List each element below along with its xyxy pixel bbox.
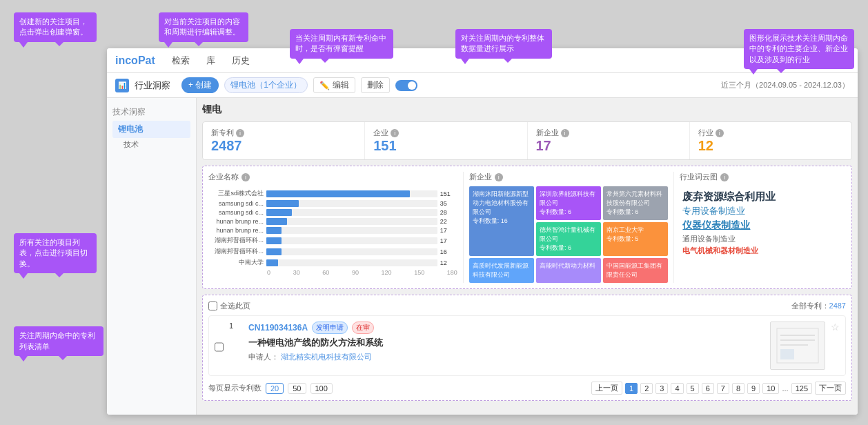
- select-all-label: 全选此页: [208, 301, 250, 311]
- page-size-50[interactable]: 50: [288, 383, 306, 394]
- info-icon-companies[interactable]: i: [391, 129, 399, 137]
- sidebar: 技术洞察 锂电池 技术: [107, 98, 197, 415]
- info-icon-bar[interactable]: i: [241, 173, 250, 181]
- stat-industry-label: 行业 i: [698, 128, 724, 138]
- info-icon-new-companies[interactable]: i: [561, 129, 569, 137]
- stat-new-companies: 新企业 i 17: [528, 122, 690, 159]
- bar-row-5: 湖南邦普循环科... 17: [208, 236, 457, 245]
- bar-row-4: hunan brunp re... 17: [208, 227, 457, 234]
- page-125[interactable]: 125: [791, 383, 812, 394]
- info-icon-industry[interactable]: i: [716, 129, 724, 137]
- stat-industry-value: 12: [698, 138, 724, 154]
- stat-companies: 企业 i 151: [365, 122, 527, 159]
- patent-id[interactable]: CN119034136A: [248, 323, 308, 333]
- page-1[interactable]: 1: [625, 383, 638, 394]
- word-cloud-title: 行业词云图 i: [680, 172, 846, 182]
- page-10[interactable]: 10: [762, 383, 779, 394]
- total-count-label: 全部专利：2487: [791, 301, 846, 311]
- bar-row-2: samsung sdi c... 28: [208, 209, 457, 216]
- word-0: 废弃资源综合利用业: [682, 189, 843, 204]
- badge-type: 发明申请: [312, 322, 348, 334]
- star-icon[interactable]: ☆: [831, 322, 840, 370]
- patent-checkbox-1[interactable]: [215, 324, 224, 370]
- page-prev[interactable]: 上一页: [591, 382, 622, 395]
- page-8[interactable]: 8: [732, 383, 744, 394]
- company-cell-5[interactable]: 高质时代发展新能源科技有限公司: [469, 258, 534, 283]
- company-cell-0[interactable]: 湖南沐阳新能源新型动力电池材料股份有限公司专利数量: 16: [469, 186, 534, 256]
- create-button[interactable]: + 创建: [181, 77, 219, 93]
- word-2: 仪器仪表制造业: [682, 219, 843, 233]
- page-7[interactable]: 7: [717, 383, 729, 394]
- charts-area: 企业名称 i 三星sdi株式会社 151 samsung sdi c...: [202, 166, 852, 289]
- company-cell-6[interactable]: 高能时代新动力材料: [536, 258, 601, 283]
- second-nav: 📊 行业洞察 + 创建 锂电池（1个企业） ✏️ 编辑 删除 近三个月（2024…: [107, 73, 858, 98]
- date-range: 近三个月（2024.09.05 - 2024.12.03）: [721, 80, 849, 90]
- page-3[interactable]: 3: [655, 383, 668, 394]
- badge-status: 在审: [352, 322, 374, 334]
- nav-history[interactable]: 历史: [229, 53, 253, 68]
- page-6[interactable]: 6: [702, 383, 714, 394]
- logo-area: incoPat: [115, 55, 155, 67]
- info-icon-new-co[interactable]: i: [495, 173, 503, 181]
- search-term: 锂电: [202, 103, 221, 116]
- tooltip-chart: 图形化展示技术关注周期内命中的专利的主要企业、新企业以及涉及到的行业: [744, 29, 854, 69]
- tooltip-period: 关注周期内命中的专利列表清单: [14, 326, 103, 356]
- bar-row-6: 湖南邦普循环科... 16: [208, 247, 457, 256]
- company-cell-3[interactable]: 德州智鸿计量机械有限公司专利数量: 6: [536, 222, 601, 256]
- stat-industry: 行业 i 12: [690, 122, 851, 159]
- tooltip-stats: 对关注周期内的专利整体数据量进行展示: [455, 29, 552, 59]
- stat-companies-label: 企业 i: [373, 128, 399, 138]
- edit-button[interactable]: ✏️ 编辑: [313, 77, 355, 93]
- bar-chart: 三星sdi株式会社 151 samsung sdi c... 35 samsun…: [208, 186, 457, 279]
- edit-icon: ✏️: [319, 81, 330, 90]
- stat-new-patents-value: 2487: [211, 138, 244, 154]
- sidebar-item-lithium[interactable]: 锂电池: [112, 121, 190, 138]
- page-size-100[interactable]: 100: [310, 383, 333, 394]
- company-cell-2[interactable]: 常州第六元素材料科技股份有限公司专利数量: 6: [603, 186, 668, 220]
- page-5[interactable]: 5: [687, 383, 699, 394]
- total-count: 2487: [829, 302, 846, 310]
- svg-rect-4: [780, 349, 794, 359]
- patent-id-row: CN119034136A 发明申请 在审: [248, 322, 765, 334]
- company-cell-7[interactable]: 中国国能源工集团有限责任公司: [603, 258, 668, 283]
- patent-body-1: CN119034136A 发明申请 在审 一种锂电池产线的防火方法和系统 申请人…: [248, 322, 765, 370]
- page-4[interactable]: 4: [671, 383, 683, 394]
- info-icon-new-patents[interactable]: i: [236, 129, 244, 137]
- delete-button[interactable]: 删除: [361, 77, 390, 93]
- sidebar-item-tech[interactable]: 技术: [112, 138, 190, 151]
- page-2[interactable]: 2: [640, 383, 653, 394]
- logo: incoPat: [115, 55, 155, 67]
- page-size-options: 每页显示专利数 20 50 100: [208, 383, 333, 394]
- page-next[interactable]: 下一页: [815, 382, 846, 395]
- select-all-checkbox[interactable]: [208, 302, 217, 310]
- companies-grid: 湖南沐阳新能源新型动力电池材料股份有限公司专利数量: 16 深圳欣界能源科技有限…: [469, 186, 669, 283]
- word-1: 专用设备制造业: [682, 205, 843, 217]
- company-cell-4[interactable]: 南京工业大学专利数量: 5: [603, 222, 668, 256]
- nav-library[interactable]: 库: [204, 53, 218, 68]
- bar-row-0: 三星sdi株式会社 151: [208, 189, 457, 198]
- bar-row-1: samsung sdi c... 35: [208, 200, 457, 207]
- notify-toggle[interactable]: [395, 80, 417, 91]
- stat-new-patents-label: 新专利 i: [211, 128, 244, 138]
- industry-icon: 📊: [115, 79, 129, 92]
- tooltip-list: 所有关注的项目列表，点击进行项目切换。: [14, 233, 97, 273]
- info-icon-wc[interactable]: i: [720, 173, 729, 181]
- stat-new-patents: 新专利 i 2487: [203, 122, 365, 159]
- patent-applicant: 申请人： 湖北精实机电科技有限公司: [248, 352, 765, 362]
- nav-search[interactable]: 检索: [169, 53, 193, 68]
- bar-axis: 0306090120150180: [208, 269, 457, 276]
- list-header: 全选此页 全部专利：2487: [208, 301, 846, 311]
- patent-title[interactable]: 一种锂电池产线的防火方法和系统: [248, 337, 765, 349]
- sidebar-section: 技术洞察 锂电池 技术: [107, 103, 196, 154]
- stats-row: 新专利 i 2487 企业 i 151: [202, 121, 852, 160]
- industry-label: 行业洞察: [135, 79, 170, 92]
- bar-row-7: 中南大学 12: [208, 258, 457, 267]
- page-size-20[interactable]: 20: [266, 383, 284, 394]
- page-9[interactable]: 9: [747, 383, 760, 394]
- app-container: incoPat 检索 库 历史 ⊞ H Hector 📊 行业洞察 + 创建 锂…: [107, 48, 858, 415]
- stat-companies-value: 151: [373, 138, 399, 154]
- tag-lithium[interactable]: 锂电池（1个企业）: [224, 77, 308, 93]
- patent-thumbnail: [770, 322, 825, 370]
- word-cloud: 废弃资源综合利用业 专用设备制造业 仪器仪表制造业 通用设备制造业 电气机械和器…: [680, 186, 846, 259]
- company-cell-1[interactable]: 深圳欣界能源科技有限公司专利数量: 6: [536, 186, 601, 220]
